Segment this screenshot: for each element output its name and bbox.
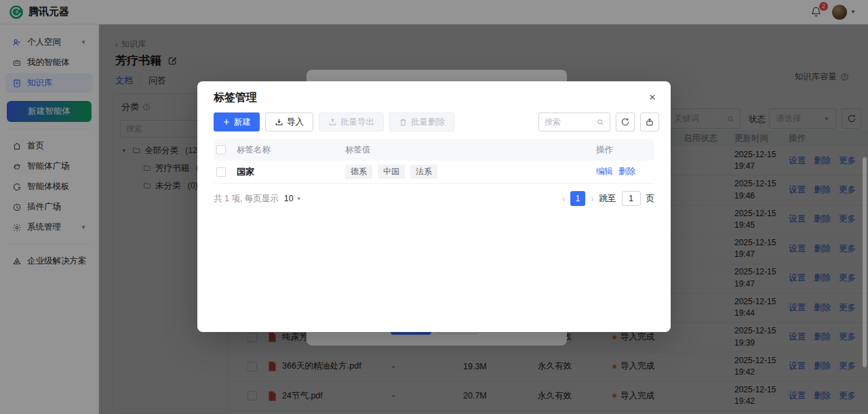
scrollbar[interactable] [863,157,867,367]
modal-toolbar-right [538,112,659,131]
batch-delete-button[interactable]: 批量删除 [389,112,454,131]
modal-export-button[interactable] [640,112,659,131]
batch-delete-label: 批量删除 [411,117,445,128]
app-window: 腾讯元器 2 ▼ 个人空间 ▼ [0,0,868,414]
search-icon [597,118,604,127]
jump-suffix: 页 [646,193,655,205]
pagination-total: 共 1 项, 每页显示 [214,193,279,205]
delete-link[interactable]: 删除 [618,166,635,178]
tag-pill: 法系 [410,165,437,179]
edit-link[interactable]: 编辑 [596,166,613,178]
batch-export-label: 批量导出 [340,117,374,128]
jump-label: 跳至 [599,193,616,205]
export-icon [328,118,337,127]
tag-pill: 中国 [378,165,405,179]
jump-page-input[interactable] [622,191,641,206]
import-icon [275,118,283,127]
tag-values: 德系 中国 法系 [345,165,596,179]
create-tag-label: 新建 [234,117,251,128]
page-size-value: 10 [284,194,294,203]
page-size-select[interactable]: 10 ▼ [284,194,302,203]
batch-export-button[interactable]: 批量导出 [319,112,384,131]
column-tag-value: 标签值 [345,144,596,156]
import-button[interactable]: 导入 [265,112,313,131]
chevron-down-icon: ▼ [296,196,302,202]
export-icon [645,117,654,127]
pagination-controls: ‹ 1 › 跳至 页 [562,191,654,206]
column-tag-name: 标签名称 [237,144,345,156]
tag-table-header: 标签名称 标签值 操作 [214,139,654,161]
select-all-checkbox[interactable] [216,145,226,154]
modal-toolbar: 新建 导入 批量导出 批量删除 [214,112,654,131]
create-tag-button[interactable]: 新建 [214,112,260,131]
import-label: 导入 [287,117,304,128]
prev-page-icon[interactable]: ‹ [562,194,565,204]
row-checkbox[interactable] [216,167,226,177]
pagination: 共 1 项, 每页显示 10 ▼ ‹ 1 › 跳至 页 [214,191,654,206]
tag-table-row: 国家 德系 中国 法系 编辑 删除 [214,161,654,184]
tag-search-input[interactable] [545,117,594,127]
tag-pill: 德系 [345,165,372,179]
next-page-icon[interactable]: › [591,194,593,204]
close-icon[interactable]: × [646,88,658,107]
current-page-button[interactable]: 1 [570,191,585,206]
refresh-icon [620,117,630,127]
row-actions: 编辑 删除 [596,166,654,178]
trash-icon [399,118,408,127]
tag-name: 国家 [237,166,345,178]
column-actions: 操作 [596,144,654,156]
tag-search [538,112,610,131]
tag-manager-modal: 标签管理 × 新建 导入 批量导出 批量删除 [197,81,671,332]
modal-refresh-button[interactable] [616,112,635,131]
plus-icon [222,118,231,126]
modal-title: 标签管理 [214,91,654,105]
